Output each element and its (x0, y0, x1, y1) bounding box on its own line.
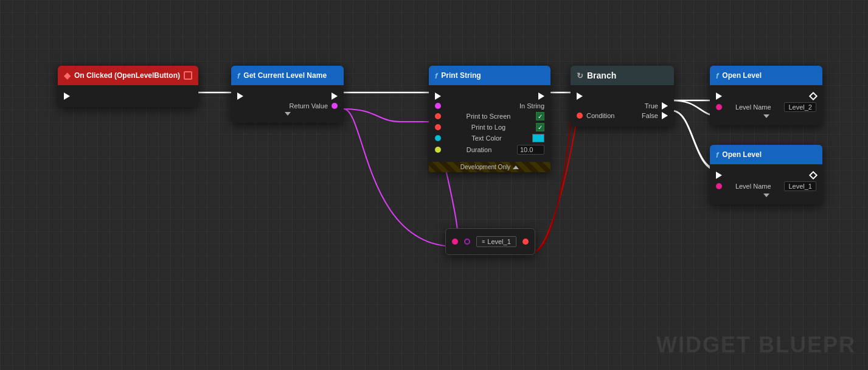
branch-icon: ↻ (577, 71, 583, 80)
open-level-1-node: f Open Level Level Name Level_2 (710, 66, 822, 125)
false-label: False (642, 112, 658, 119)
event-icon: ◆ (64, 71, 71, 80)
branch-node: ↻ Branch True Condition False (571, 66, 674, 127)
on-clicked-title: On Clicked (OpenLevelButton) (74, 71, 180, 80)
dev-only-banner: Development Only (429, 162, 550, 172)
open-level-1-title: Open Level (722, 71, 762, 80)
level-name-2-label: Level Name (735, 183, 771, 190)
watermark-text: WIDGET BLUEPR (656, 332, 856, 358)
return-value-label: Return Value (290, 102, 328, 110)
level1-literal-value: Level_1 (487, 238, 511, 245)
level-name-2-value: Level_1 (784, 181, 816, 191)
in-string-label: In String (519, 102, 544, 110)
get-level-name-title: Get Current Level Name (243, 71, 327, 80)
get-level-name-node: f Get Current Level Name Return Value (231, 66, 344, 123)
open-level-2-node: f Open Level Level Name Level_1 (710, 145, 822, 204)
level-name-1-value: Level_2 (784, 102, 816, 112)
print-to-screen-checkbox[interactable]: ✓ (536, 112, 544, 120)
string-literal-node: ≡ Level_1 (445, 228, 535, 255)
print-to-log-checkbox[interactable]: ✓ (536, 123, 544, 131)
print-to-log-label: Print to Log (471, 124, 505, 131)
true-label: True (645, 102, 658, 110)
print-string-title: Print String (441, 71, 481, 80)
func-icon-open2: f (716, 150, 718, 159)
func-icon-get: f (237, 71, 240, 80)
print-string-node: f Print String In String Print to Screen… (429, 66, 550, 172)
on-clicked-node: ◆ On Clicked (OpenLevelButton) (58, 66, 198, 107)
print-to-screen-label: Print to Screen (467, 113, 511, 120)
text-color-label: Text Color (471, 134, 502, 142)
open-level-2-title: Open Level (722, 150, 762, 159)
func-icon-print: f (435, 71, 437, 80)
func-icon-open1: f (716, 71, 718, 80)
duration-label: Duration (467, 146, 492, 153)
dev-only-label: Development Only (460, 164, 510, 170)
branch-title: Branch (587, 71, 616, 80)
condition-label: Condition (586, 112, 614, 119)
text-color-swatch[interactable] (532, 134, 544, 142)
level-name-1-label: Level Name (735, 103, 771, 111)
duration-input[interactable] (517, 145, 544, 155)
